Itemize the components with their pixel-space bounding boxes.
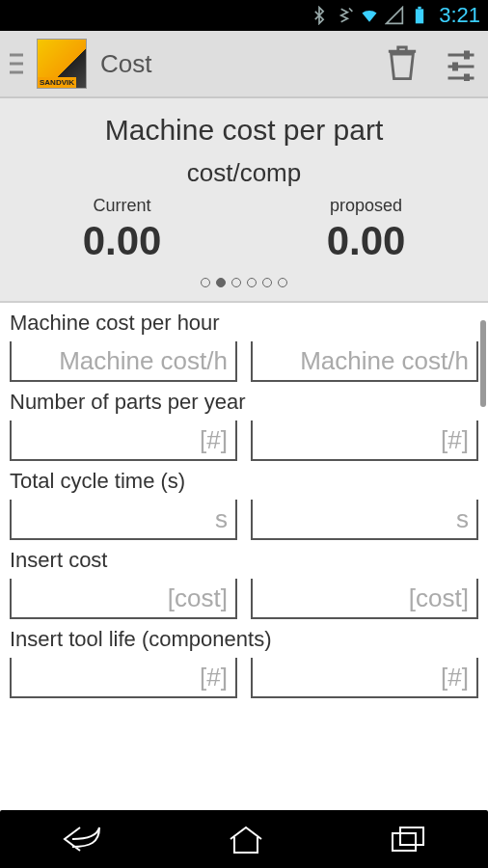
- page-dot: [201, 278, 210, 287]
- svg-rect-12: [393, 833, 416, 851]
- menu-icon[interactable]: [10, 43, 29, 84]
- app-icon[interactable]: SANDVIK: [37, 39, 87, 89]
- brand-label: SANDVIK: [38, 77, 76, 88]
- page-dot: [262, 278, 272, 287]
- input-current[interactable]: [#]: [10, 658, 237, 698]
- input-placeholder: [#]: [260, 425, 469, 455]
- svg-rect-1: [416, 9, 423, 23]
- page-dot: [216, 278, 226, 287]
- input-placeholder: [#]: [19, 663, 228, 692]
- input-current[interactable]: [#]: [10, 420, 237, 461]
- summary-proposed-col: proposed 0.00: [244, 196, 488, 264]
- summary-card[interactable]: Machine cost per part cost/comp Current …: [0, 98, 488, 303]
- summary-proposed-label: proposed: [244, 196, 488, 216]
- input-current[interactable]: Machine cost/h: [10, 341, 237, 382]
- svg-rect-9: [452, 63, 458, 71]
- input-placeholder: Machine cost/h: [260, 346, 469, 376]
- signal-icon: [385, 6, 404, 25]
- summary-current-value: 0.00: [0, 218, 244, 264]
- back-button[interactable]: [61, 822, 103, 856]
- recent-apps-button[interactable]: [389, 824, 427, 854]
- input-proposed[interactable]: [#]: [251, 420, 478, 461]
- row-label: Total cycle time (s): [10, 469, 478, 494]
- battery-icon: [410, 6, 429, 25]
- settings-sliders-icon[interactable]: [444, 46, 478, 81]
- vibrate-icon: [335, 6, 354, 25]
- svg-rect-11: [464, 74, 470, 82]
- row-label: Insert tool life (components): [10, 627, 478, 652]
- form-row: Insert cost[cost][cost]: [0, 540, 488, 619]
- row-label: Machine cost per hour: [10, 311, 478, 336]
- input-placeholder: [#]: [19, 425, 228, 455]
- bluetooth-icon: [310, 6, 329, 25]
- input-placeholder: [cost]: [260, 583, 469, 613]
- input-current[interactable]: [cost]: [10, 579, 237, 619]
- system-navbar: [0, 810, 488, 868]
- form-row: Number of parts per year[#][#]: [0, 382, 488, 461]
- form-row: Total cycle time (s)ss: [0, 461, 488, 540]
- input-placeholder: s: [260, 504, 469, 534]
- page-dot: [247, 278, 257, 287]
- summary-proposed-value: 0.00: [244, 218, 488, 264]
- summary-current-col: Current 0.00: [0, 196, 244, 264]
- svg-line-0: [349, 9, 352, 12]
- svg-rect-13: [400, 827, 423, 845]
- status-clock: 3:21: [439, 3, 480, 28]
- scroll-indicator[interactable]: [480, 320, 486, 407]
- row-label: Insert cost: [10, 548, 478, 573]
- page-title: Cost: [100, 49, 361, 79]
- input-proposed[interactable]: s: [251, 500, 478, 540]
- page-indicator: [0, 278, 488, 287]
- input-placeholder: [#]: [260, 663, 469, 692]
- input-proposed[interactable]: Machine cost/h: [251, 341, 478, 382]
- form-row: Insert tool life (components)[#][#]: [0, 619, 488, 698]
- summary-title: Machine cost per part: [0, 114, 488, 147]
- home-button[interactable]: [225, 824, 267, 854]
- delete-icon[interactable]: [386, 44, 419, 83]
- action-bar: SANDVIK Cost: [0, 31, 488, 98]
- input-placeholder: Machine cost/h: [19, 346, 228, 376]
- wifi-icon: [360, 6, 379, 25]
- input-placeholder: s: [19, 504, 228, 534]
- summary-subtitle: cost/comp: [0, 158, 488, 188]
- page-dot: [231, 278, 241, 287]
- svg-rect-7: [464, 51, 470, 60]
- summary-current-label: Current: [0, 196, 244, 216]
- form-row: Machine cost per hourMachine cost/hMachi…: [0, 303, 488, 382]
- form: Machine cost per hourMachine cost/hMachi…: [0, 303, 488, 698]
- row-label: Number of parts per year: [10, 390, 478, 415]
- input-current[interactable]: s: [10, 500, 237, 540]
- status-bar: 3:21: [0, 0, 488, 31]
- input-proposed[interactable]: [cost]: [251, 579, 478, 619]
- page-dot: [278, 278, 287, 287]
- input-placeholder: [cost]: [19, 583, 228, 613]
- svg-rect-2: [419, 7, 421, 9]
- input-proposed[interactable]: [#]: [251, 658, 478, 698]
